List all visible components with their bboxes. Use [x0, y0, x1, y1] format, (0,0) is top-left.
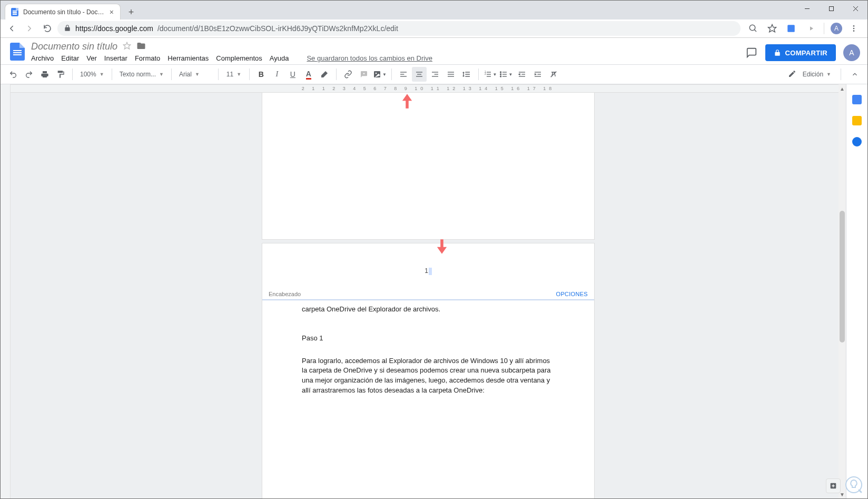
address-bar[interactable]: https://docs.google.com/document/d/1B0sE…: [57, 21, 741, 36]
increase-indent-button[interactable]: [530, 67, 545, 82]
page[interactable]: [262, 93, 594, 239]
zoom-select[interactable]: 100%▼: [77, 67, 107, 81]
svg-point-4: [749, 25, 755, 31]
menu-herramientas[interactable]: Herramientas: [167, 54, 209, 62]
comments-icon[interactable]: [745, 46, 758, 59]
page[interactable]: 1 Encabezado OPCIONES carpeta OneDrive d…: [262, 243, 594, 498]
menu-ayuda[interactable]: Ayuda: [270, 54, 289, 62]
collapse-toolbar-button[interactable]: [847, 67, 862, 82]
text-color-button[interactable]: A: [301, 67, 316, 82]
browser-profile-avatar[interactable]: A: [831, 23, 842, 34]
align-justify-button[interactable]: [443, 67, 458, 82]
docs-account-avatar[interactable]: A: [843, 44, 860, 61]
insert-comment-button[interactable]: [357, 67, 371, 82]
vertical-scrollbar[interactable]: ▲ ▼: [839, 84, 846, 498]
svg-rect-1: [829, 6, 833, 11]
star-icon[interactable]: [123, 42, 131, 52]
text-cursor: [429, 268, 432, 275]
nav-back-button[interactable]: [4, 21, 19, 36]
font-select[interactable]: Arial▼: [176, 67, 214, 81]
scroll-up-icon[interactable]: ▲: [839, 84, 846, 93]
save-status[interactable]: Se guardaron todos los cambios en Drive: [307, 54, 432, 62]
menu-bar: Archivo Editar Ver Insertar Formato Herr…: [31, 52, 861, 64]
annotation-arrow-down-icon: [436, 238, 448, 254]
header-options-button[interactable]: OPCIONES: [556, 291, 588, 297]
menu-archivo[interactable]: Archivo: [31, 54, 54, 62]
bulleted-list-button[interactable]: ▼: [499, 67, 514, 82]
help-bulb-icon[interactable]: [843, 474, 864, 495]
vertical-ruler[interactable]: [1, 84, 11, 498]
menu-ver[interactable]: Ver: [86, 54, 97, 62]
move-folder-icon[interactable]: [136, 41, 146, 52]
extensions-icon[interactable]: [803, 21, 817, 36]
decrease-indent-button[interactable]: [515, 67, 529, 82]
svg-point-15: [376, 73, 377, 74]
explore-button[interactable]: [826, 478, 841, 493]
docs-logo-icon[interactable]: [7, 41, 28, 62]
styles-select[interactable]: Texto norm...▼: [116, 67, 167, 81]
tasks-addon-icon[interactable]: [852, 137, 862, 146]
bookmark-star-icon[interactable]: [765, 21, 780, 36]
window-maximize-button[interactable]: [819, 1, 843, 16]
nav-reload-button[interactable]: [40, 21, 55, 36]
align-center-button[interactable]: [412, 67, 427, 82]
nav-forward-button[interactable]: [22, 21, 37, 36]
body-paragraph: Para lograrlo, accedemos al Explorador d…: [302, 356, 555, 396]
underline-button[interactable]: U: [285, 67, 300, 82]
workspace: 2 1 1 2 3 4 5 6 7 8 9 10 11 12 13 14 15 …: [1, 84, 867, 498]
svg-point-10: [853, 30, 855, 32]
chevron-down-icon: ▼: [195, 72, 200, 77]
tab-close-icon[interactable]: ×: [108, 8, 115, 16]
paint-format-button[interactable]: [53, 67, 68, 82]
svg-point-33: [500, 72, 501, 73]
scrollbar-thumb[interactable]: [840, 211, 845, 343]
browser-window: Documento sin título - Documen × + https…: [0, 0, 868, 499]
insert-link-button[interactable]: [341, 67, 356, 82]
document-title[interactable]: Documento sin título: [31, 41, 117, 52]
size-select[interactable]: 11▼: [223, 67, 245, 81]
line-spacing-button[interactable]: [459, 67, 474, 82]
window-minimize-button[interactable]: [795, 1, 819, 16]
menu-formato[interactable]: Formato: [135, 54, 160, 62]
url-host: https://docs.google.com: [75, 24, 153, 33]
align-left-button[interactable]: [396, 67, 411, 82]
redo-button[interactable]: [22, 67, 36, 82]
svg-point-8: [853, 25, 855, 27]
align-right-button[interactable]: [428, 67, 442, 82]
svg-marker-6: [768, 25, 776, 32]
mode-select[interactable]: Edición▼: [800, 67, 834, 81]
svg-line-5: [754, 30, 756, 32]
header-label: Encabezado: [269, 291, 301, 297]
share-button[interactable]: COMPARTIR: [765, 44, 836, 61]
menu-complementos[interactable]: Complementos: [216, 54, 262, 62]
horizontal-ruler[interactable]: 2 1 1 2 3 4 5 6 7 8 9 10 11 12 13 14 15 …: [11, 84, 846, 93]
window-close-button[interactable]: [843, 1, 867, 16]
document-canvas[interactable]: 2 1 1 2 3 4 5 6 7 8 9 10 11 12 13 14 15 …: [11, 84, 846, 498]
undo-button[interactable]: [6, 67, 21, 82]
keep-addon-icon[interactable]: [852, 116, 862, 125]
browser-menu-icon[interactable]: [846, 21, 861, 36]
document-body[interactable]: carpeta OneDrive del Explorador de archi…: [262, 300, 594, 396]
highlight-button[interactable]: [317, 67, 332, 82]
numbered-list-button[interactable]: 12▼: [483, 67, 498, 82]
browser-tab-active[interactable]: Documento sin título - Documen ×: [5, 4, 121, 19]
menu-editar[interactable]: Editar: [61, 54, 79, 62]
bold-button[interactable]: B: [254, 67, 269, 82]
print-button[interactable]: [37, 67, 52, 82]
translate-icon[interactable]: [784, 21, 798, 36]
header-section-banner: Encabezado OPCIONES: [262, 289, 594, 300]
new-tab-button[interactable]: +: [124, 5, 139, 19]
insert-image-button[interactable]: ▼: [372, 67, 387, 82]
calendar-addon-icon[interactable]: [852, 95, 862, 104]
divider: [824, 23, 824, 34]
chevron-down-icon: ▼: [100, 72, 104, 77]
page-zoom-icon[interactable]: [746, 21, 761, 36]
italic-button[interactable]: I: [270, 67, 284, 82]
annotation-arrow-up-icon: [401, 94, 413, 110]
svg-point-9: [853, 28, 855, 30]
page-number-field[interactable]: 1: [262, 267, 594, 275]
svg-point-35: [500, 76, 501, 77]
menu-insertar[interactable]: Insertar: [104, 54, 127, 62]
chevron-down-icon: ▼: [236, 72, 241, 77]
clear-formatting-button[interactable]: [546, 67, 561, 82]
